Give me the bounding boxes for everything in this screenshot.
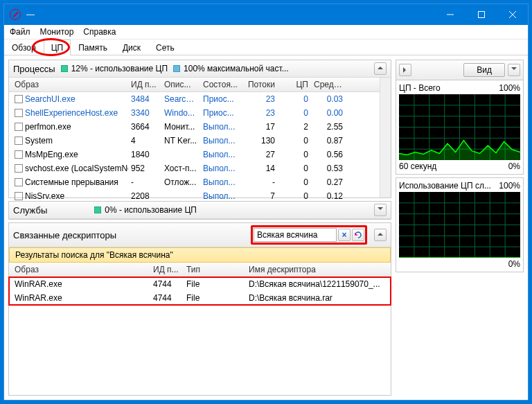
tab-network[interactable]: Сеть bbox=[148, 39, 182, 55]
process-row[interactable]: Системные прерывания-Отлож...Выпол...-00… bbox=[9, 175, 380, 189]
process-row[interactable]: ShellExperienceHost.exe3340Windo...Приос… bbox=[9, 106, 380, 120]
process-row[interactable]: SearchUI.exe3484Search ...Приос...2300.0… bbox=[9, 92, 380, 106]
handles-search-input[interactable] bbox=[254, 228, 337, 242]
col-image[interactable]: Образ bbox=[12, 79, 128, 90]
hcol-pid[interactable]: ИД п... bbox=[150, 264, 184, 275]
menu-help[interactable]: Справка bbox=[83, 27, 116, 37]
app-window: — Файл Монитор Справка Обзор ЦП Память Д… bbox=[3, 3, 529, 401]
services-expand-button[interactable] bbox=[374, 204, 387, 216]
close-button[interactable] bbox=[497, 4, 528, 25]
tab-cpu[interactable]: ЦП bbox=[44, 39, 71, 55]
tab-overview[interactable]: Обзор bbox=[4, 39, 44, 55]
minimize-button[interactable] bbox=[434, 4, 466, 25]
annotation-results-highlight: WinRAR.exe4744FileD:\Всякая всячина\1221… bbox=[9, 277, 391, 305]
process-checkbox[interactable] bbox=[15, 164, 23, 173]
col-avg[interactable]: Средн... bbox=[311, 79, 346, 90]
graph1-canvas bbox=[399, 94, 520, 160]
processes-collapse-button[interactable] bbox=[374, 62, 387, 75]
maximize-button[interactable] bbox=[466, 4, 497, 25]
annotation-search-highlight: × bbox=[251, 225, 367, 245]
chevron-up-icon bbox=[378, 230, 383, 240]
handles-header-row: Образ ИД п... Тип Имя дескриптора bbox=[9, 263, 391, 277]
handle-row[interactable]: WinRAR.exe4744FileD:\Всякая всячина\1221… bbox=[9, 277, 391, 291]
cpu-usage-label: 12% - использование ЦП bbox=[71, 64, 168, 73]
processes-scrollbar[interactable] bbox=[380, 78, 391, 197]
right-panel-header: Вид bbox=[396, 60, 524, 80]
view-button[interactable]: Вид bbox=[463, 63, 505, 77]
graph2-max: 100% bbox=[499, 181, 520, 191]
process-checkbox[interactable] bbox=[15, 178, 23, 186]
handle-row[interactable]: WinRAR.exe4744FileD:\Всякая всячина.rar bbox=[9, 291, 391, 305]
search-results-title: Результаты поиска для "Всякая всячина" bbox=[9, 247, 391, 263]
cpu-usage-icon bbox=[61, 65, 68, 72]
tab-memory[interactable]: Память bbox=[71, 39, 115, 55]
col-pid[interactable]: ИД п... bbox=[128, 79, 161, 90]
process-row[interactable]: MsMpEng.exe1840Выпол...2700.56 bbox=[9, 148, 380, 161]
graph-cpu-total: ЦП - Всего100% 60 секунд0% bbox=[396, 80, 524, 175]
right-expand-button[interactable] bbox=[399, 64, 411, 76]
cpu-freq-icon bbox=[173, 65, 180, 72]
clear-search-button[interactable]: × bbox=[338, 229, 351, 241]
hcol-type[interactable]: Тип bbox=[184, 264, 246, 275]
process-row[interactable]: svchost.exe (LocalSystemNet...952Хост-п.… bbox=[9, 161, 380, 175]
services-title: Службы bbox=[13, 205, 47, 216]
hcol-image[interactable]: Образ bbox=[12, 264, 150, 275]
handles-title: Связанные дескрипторы bbox=[13, 230, 116, 240]
tab-disk[interactable]: Диск bbox=[115, 39, 148, 55]
menu-monitor[interactable]: Монитор bbox=[40, 27, 74, 37]
graph2-canvas bbox=[399, 192, 520, 258]
process-row[interactable]: System4NT Ker...Выпол...13000.87 bbox=[9, 134, 380, 148]
titlebar: — bbox=[4, 4, 528, 25]
process-checkbox[interactable] bbox=[15, 109, 23, 117]
graph2-foot-right: 0% bbox=[508, 259, 520, 269]
refresh-search-button[interactable] bbox=[352, 229, 364, 241]
chevron-right-icon bbox=[402, 65, 409, 75]
svg-rect-1 bbox=[478, 12, 484, 18]
cpu-freq-label: 100% максимальной част... bbox=[184, 64, 289, 73]
services-panel: Службы 0% - использование ЦП bbox=[8, 201, 391, 220]
processes-header-row: Образ ИД п... Опис... Состоя... Потоки Ц… bbox=[9, 78, 380, 92]
process-checkbox[interactable] bbox=[15, 123, 23, 131]
col-cpu[interactable]: ЦП bbox=[278, 79, 311, 90]
graph-cpu-services: Использование ЦП сл...100% 0% bbox=[396, 177, 524, 272]
chevron-down-icon bbox=[511, 65, 517, 75]
services-usage-icon bbox=[94, 207, 101, 213]
menu-bar: Файл Монитор Справка bbox=[4, 25, 528, 39]
process-checkbox[interactable] bbox=[15, 150, 23, 159]
app-icon bbox=[10, 9, 21, 20]
graph1-max: 100% bbox=[499, 83, 520, 93]
graph1-foot-right: 0% bbox=[508, 161, 520, 171]
handles-collapse-button[interactable] bbox=[374, 229, 387, 241]
processes-panel: Процессы 12% - использование ЦП 100% мак… bbox=[8, 60, 391, 198]
chevron-up-icon bbox=[378, 64, 383, 73]
view-dropdown-button[interactable] bbox=[508, 64, 520, 76]
col-desc[interactable]: Опис... bbox=[161, 79, 200, 90]
process-row[interactable]: perfmon.exe3664Монит...Выпол...1722.55 bbox=[9, 120, 380, 134]
services-usage-label: 0% - использование ЦП bbox=[105, 205, 197, 215]
hcol-name[interactable]: Имя дескриптора bbox=[246, 264, 388, 275]
graph1-foot-left: 60 секунд bbox=[399, 161, 436, 171]
chevron-down-icon bbox=[378, 205, 383, 215]
graph1-title: ЦП - Всего bbox=[399, 83, 441, 93]
col-state[interactable]: Состоя... bbox=[200, 79, 242, 90]
window-title: — bbox=[26, 10, 434, 19]
handles-panel: Связанные дескрипторы × Результаты поиск… bbox=[8, 222, 391, 396]
process-checkbox[interactable] bbox=[15, 95, 23, 103]
col-threads[interactable]: Потоки bbox=[242, 79, 278, 90]
tab-bar: Обзор ЦП Память Диск Сеть bbox=[4, 39, 528, 55]
menu-file[interactable]: Файл bbox=[10, 27, 30, 37]
process-checkbox[interactable] bbox=[15, 192, 23, 200]
process-checkbox[interactable] bbox=[15, 137, 23, 145]
graph2-title: Использование ЦП сл... bbox=[399, 181, 491, 191]
processes-title: Процессы bbox=[13, 64, 55, 74]
